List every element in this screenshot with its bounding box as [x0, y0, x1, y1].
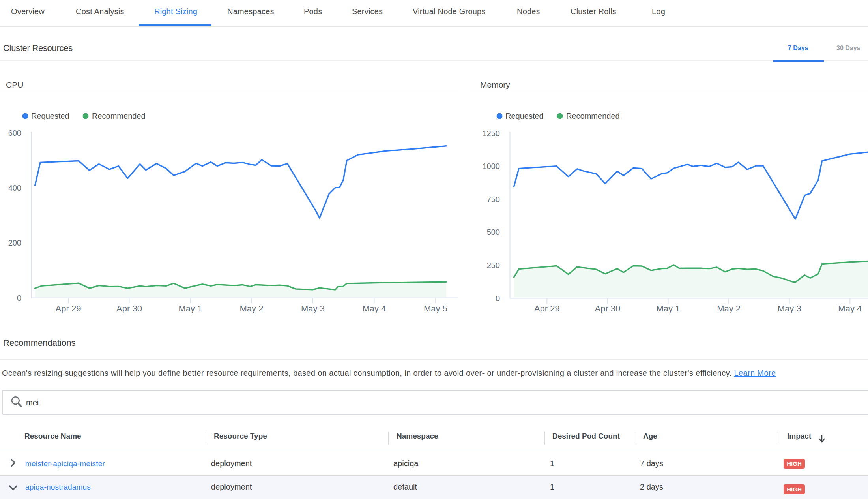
svg-text:May 4: May 4 [363, 304, 386, 313]
svg-text:0: 0 [17, 294, 21, 302]
svg-text:Recommended: Recommended [566, 112, 620, 120]
svg-text:Apr 30: Apr 30 [595, 304, 620, 313]
svg-text:200: 200 [8, 238, 21, 247]
svg-text:1000: 1000 [483, 162, 500, 171]
svg-text:May 3: May 3 [301, 304, 325, 313]
svg-text:Recommended: Recommended [92, 112, 146, 120]
svg-text:Requested: Requested [31, 112, 69, 120]
svg-text:1250: 1250 [483, 129, 500, 138]
svg-text:250: 250 [487, 261, 500, 270]
svg-text:Apr 29: Apr 29 [534, 304, 560, 313]
svg-text:Apr 30: Apr 30 [116, 304, 142, 313]
svg-text:600: 600 [8, 129, 21, 137]
svg-text:Apr 29: Apr 29 [56, 304, 81, 313]
svg-text:Requested: Requested [505, 112, 544, 120]
svg-text:500: 500 [487, 228, 500, 236]
svg-text:0: 0 [496, 294, 500, 303]
svg-text:May 1: May 1 [657, 304, 680, 313]
svg-text:May 3: May 3 [778, 304, 801, 313]
svg-text:May 5: May 5 [424, 304, 447, 313]
svg-text:May 4: May 4 [838, 304, 862, 313]
svg-text:May 2: May 2 [240, 304, 264, 313]
svg-text:May 2: May 2 [717, 304, 741, 313]
svg-text:May 1: May 1 [179, 304, 202, 313]
svg-text:750: 750 [487, 195, 500, 204]
svg-text:400: 400 [8, 184, 21, 192]
